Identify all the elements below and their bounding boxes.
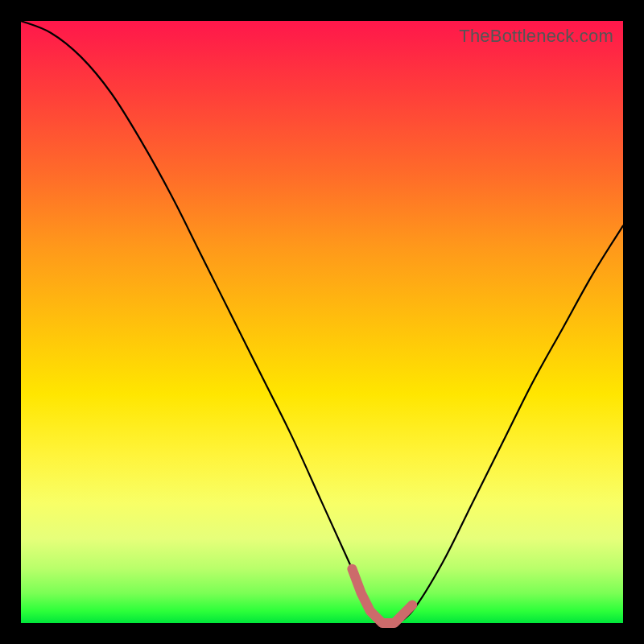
flat-minimum-marker (352, 569, 412, 623)
chart-svg (21, 21, 623, 623)
chart-frame: TheBottleneck.com (0, 0, 644, 644)
bottleneck-curve-line (21, 21, 623, 625)
plot-area: TheBottleneck.com (21, 21, 623, 623)
